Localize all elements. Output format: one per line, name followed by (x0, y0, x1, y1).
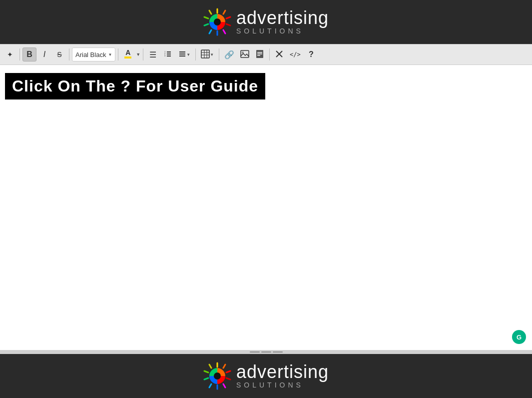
align-icon (178, 50, 186, 60)
svg-line-42 (204, 371, 208, 372)
svg-point-45 (214, 372, 221, 380)
svg-line-36 (226, 371, 230, 372)
font-color-dropdown-arrow[interactable]: ▼ (136, 52, 140, 57)
font-selector[interactable]: Arial Black ▼ (72, 48, 115, 62)
footer: advertising SOLUTIONS (0, 354, 532, 398)
svg-rect-26 (241, 50, 249, 58)
help-icon: ? (309, 50, 314, 59)
resize-dot-1 (250, 352, 260, 352)
table-button[interactable]: ▼ (198, 48, 216, 62)
media-icon (256, 50, 264, 60)
svg-line-43 (209, 364, 211, 368)
svg-point-11 (214, 18, 221, 26)
logo-solutions: SOLUTIONS (236, 27, 304, 36)
footer-logo: advertising SOLUTIONS (203, 362, 329, 390)
svg-line-4 (223, 30, 225, 34)
svg-line-41 (204, 378, 208, 380)
bold-icon: B (26, 50, 32, 59)
svg-line-35 (223, 364, 225, 368)
svg-text:3: 3 (164, 54, 166, 57)
resize-dots (250, 352, 283, 352)
clean-icon (275, 50, 284, 60)
underline-button[interactable]: S (52, 48, 66, 62)
strikethrough-icon: S (57, 50, 61, 58)
svg-line-1 (223, 10, 225, 14)
image-icon (240, 50, 249, 60)
font-dropdown-arrow: ▼ (108, 52, 112, 57)
svg-rect-29 (257, 52, 262, 53)
align-dropdown-arrow: ▼ (186, 52, 190, 57)
toolbar-separator-3 (118, 48, 118, 60)
svg-line-3 (226, 24, 230, 26)
align-button[interactable]: ▼ (176, 48, 193, 62)
italic-icon: I (43, 50, 45, 59)
font-color-button[interactable]: A (121, 48, 135, 62)
italic-button[interactable]: I (37, 48, 51, 62)
svg-line-6 (209, 30, 211, 34)
logo-text: advertising SOLUTIONS (236, 9, 329, 36)
logo: advertising SOLUTIONS (203, 8, 329, 36)
media-button[interactable] (253, 48, 267, 62)
footer-logo-solutions: SOLUTIONS (236, 381, 304, 390)
logo-advertising: advertising (236, 9, 329, 27)
footer-logo-text: advertising SOLUTIONS (236, 363, 329, 390)
ordered-list-button[interactable]: 123 (161, 48, 175, 62)
toolbar-separator-5 (195, 48, 196, 60)
toolbar-separator-2 (69, 48, 69, 60)
toolbar-separator-1 (19, 48, 20, 60)
editor-content: Click On The ? For User Guide (0, 65, 532, 350)
toolbar-separator-4 (143, 48, 143, 60)
help-button[interactable]: ? (304, 48, 318, 62)
link-icon: 🔗 (224, 50, 234, 60)
link-button[interactable]: 🔗 (222, 48, 237, 62)
unordered-list-button[interactable]: ☰ (146, 48, 160, 62)
clean-button[interactable] (272, 48, 286, 62)
svg-line-8 (204, 17, 208, 18)
resize-dot-3 (273, 352, 283, 352)
grammarly-icon: G (517, 334, 522, 341)
grammarly-badge[interactable]: G (512, 330, 526, 344)
source-code-button[interactable]: </> (287, 48, 303, 62)
svg-line-40 (209, 384, 211, 388)
unordered-list-icon: ☰ (149, 50, 156, 60)
table-icon (201, 50, 210, 60)
svg-rect-21 (201, 50, 209, 58)
font-color-a-label: A (125, 49, 130, 56)
svg-rect-31 (257, 55, 260, 56)
svg-line-9 (209, 10, 211, 14)
resize-handle[interactable] (0, 350, 532, 354)
header: advertising SOLUTIONS (0, 0, 532, 44)
toolbar-separator-6 (219, 48, 219, 60)
font-name-label: Arial Black (75, 51, 106, 58)
headline-block: Click On The ? For User Guide (5, 73, 265, 100)
logo-icon (203, 8, 231, 36)
svg-line-7 (204, 24, 208, 26)
editor-area[interactable]: Click On The ? For User Guide G (0, 65, 532, 350)
source-code-icon: </> (290, 51, 301, 58)
svg-line-38 (223, 384, 225, 388)
magic-wand-icon: ✦ (7, 50, 13, 58)
svg-line-37 (226, 378, 230, 380)
toolbar: ✦ B I S Arial Black ▼ A ▼ ☰ 123 (0, 44, 532, 65)
bold-button[interactable]: B (22, 48, 36, 62)
table-dropdown-arrow: ▼ (210, 52, 214, 57)
font-color-bar (124, 56, 131, 58)
toolbar-separator-7 (269, 48, 270, 60)
footer-logo-advertising: advertising (236, 363, 329, 381)
ordered-list-icon: 123 (164, 50, 172, 60)
svg-line-2 (226, 17, 230, 18)
magic-wand-button[interactable]: ✦ (3, 48, 17, 62)
footer-logo-icon (203, 362, 231, 390)
resize-dot-2 (261, 352, 271, 352)
image-button[interactable] (238, 48, 252, 62)
headline-text: Click On The ? For User Guide (12, 77, 258, 95)
svg-rect-30 (257, 54, 262, 54)
